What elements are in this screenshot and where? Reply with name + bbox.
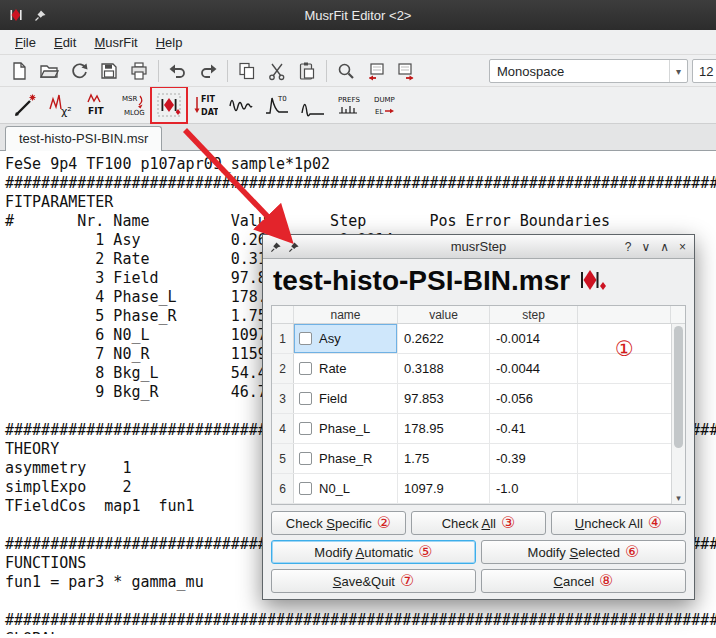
reload-button[interactable] xyxy=(64,57,94,85)
row-checkbox[interactable] xyxy=(299,392,312,405)
save-button[interactable] xyxy=(94,57,124,85)
parameter-table: name value step 1 Asy 0.2622 -0.0014 xyxy=(271,305,686,505)
table-row[interactable]: 5 Phase_R 1.75 -0.39 xyxy=(272,444,671,474)
param-value[interactable]: 0.2622 xyxy=(398,324,490,353)
editor-line: ########################################… xyxy=(5,611,716,630)
scroll-down-icon[interactable]: ▾ xyxy=(672,492,685,504)
musrfit-toolbar: χ² FIT MSRMLOG FITDAT T0 PREFS DUMPEL xyxy=(0,87,716,124)
toolbar-separator xyxy=(227,60,228,82)
table-row[interactable]: 2 Rate 0.3188 -0.0044 xyxy=(272,354,671,384)
scrollbar-thumb[interactable] xyxy=(674,326,683,448)
dialog-titlebar[interactable]: musrStep ? ∨ ∧ × xyxy=(263,235,694,259)
font-size-value: 12 xyxy=(693,64,716,79)
filler-cell xyxy=(578,384,671,413)
param-step[interactable]: -1.0 xyxy=(490,474,578,503)
musr-wizard-button[interactable] xyxy=(10,90,40,120)
copy-button[interactable] xyxy=(232,57,262,85)
find-previous-button[interactable] xyxy=(361,57,391,85)
font-family-select[interactable]: Monospace ▾ xyxy=(489,59,688,83)
column-header-name[interactable]: name xyxy=(294,306,398,323)
svg-text:FIT: FIT xyxy=(88,106,104,116)
musrprefs-button[interactable]: PREFS xyxy=(334,90,364,120)
param-value[interactable]: 1.75 xyxy=(398,444,490,473)
open-file-button[interactable] xyxy=(34,57,64,85)
dialog-buttons: Check Specific ② Check All ③ Uncheck All… xyxy=(271,511,686,593)
param-step[interactable]: -0.41 xyxy=(490,414,578,443)
table-row[interactable]: 1 Asy 0.2622 -0.0014 xyxy=(272,324,671,354)
param-name: Phase_R xyxy=(319,451,372,466)
param-value[interactable]: 178.95 xyxy=(398,414,490,443)
find-next-button[interactable] xyxy=(391,57,421,85)
row-number: 4 xyxy=(272,414,294,443)
window-titlebar[interactable]: MusrFit Editor <2> xyxy=(0,0,716,30)
param-value[interactable]: 1097.9 xyxy=(398,474,490,503)
shade-down-button[interactable]: ∨ xyxy=(641,240,650,254)
row-checkbox[interactable] xyxy=(299,452,312,465)
pin-icon[interactable] xyxy=(270,241,282,253)
column-header-step[interactable]: step xyxy=(490,306,578,323)
column-header-value[interactable]: value xyxy=(398,306,490,323)
table-row[interactable]: 6 N0_L 1097.9 -1.0 xyxy=(272,474,671,504)
menu-help[interactable]: Help xyxy=(147,32,192,53)
button-label: Modify Automatic xyxy=(314,545,413,560)
musrstep-dialog: musrStep ? ∨ ∧ × test-histo-PSI-BIN.msr … xyxy=(262,234,695,600)
svg-text:FIT: FIT xyxy=(201,95,215,104)
row-number: 1 xyxy=(272,324,294,353)
chevron-down-icon[interactable]: ▾ xyxy=(669,60,687,82)
musrfit-editor-window: MusrFit Editor <2> File Edit MusrFit Hel… xyxy=(0,0,716,638)
cut-button[interactable] xyxy=(262,57,292,85)
row-checkbox[interactable] xyxy=(299,482,312,495)
menu-musrfit[interactable]: MusrFit xyxy=(85,32,146,53)
annotation-8: ⑧ xyxy=(599,573,613,589)
paste-button[interactable] xyxy=(292,57,322,85)
annotation-6: ⑥ xyxy=(625,544,639,560)
row-checkbox[interactable] xyxy=(299,422,312,435)
musrstep-button[interactable] xyxy=(154,90,184,120)
shade-up-button[interactable]: ∧ xyxy=(660,240,669,254)
close-button[interactable]: × xyxy=(679,240,686,254)
button-label: Check All xyxy=(442,516,496,531)
check-all-button[interactable]: Check All ③ xyxy=(411,511,546,535)
row-checkbox[interactable] xyxy=(299,332,312,345)
param-step[interactable]: -0.0044 xyxy=(490,354,578,383)
modify-selected-button[interactable]: Modify Selected ⑥ xyxy=(481,540,686,564)
check-specific-button[interactable]: Check Specific ② xyxy=(271,511,406,535)
table-row[interactable]: 3 Field 97.853 -0.056 xyxy=(272,384,671,414)
font-size-spinner[interactable]: 12 ▴▾ xyxy=(692,59,716,83)
row-checkbox[interactable] xyxy=(299,362,312,375)
param-value[interactable]: 97.853 xyxy=(398,384,490,413)
msr-mlog-swap-button[interactable]: MSRMLOG xyxy=(118,90,148,120)
toolbar-separator xyxy=(158,60,159,82)
musrt0-button[interactable]: T0 xyxy=(262,90,292,120)
param-step[interactable]: -0.056 xyxy=(490,384,578,413)
menu-edit[interactable]: Edit xyxy=(45,32,85,53)
pin-icon[interactable] xyxy=(288,241,300,253)
svg-text:DUMP: DUMP xyxy=(374,96,395,104)
calc-chisq-button[interactable]: χ² xyxy=(46,90,76,120)
fit-to-data-button[interactable]: FITDAT xyxy=(190,90,220,120)
svg-text:DAT: DAT xyxy=(201,108,218,117)
fourier-button[interactable] xyxy=(298,90,328,120)
musrdump-button[interactable]: DUMPEL xyxy=(370,90,400,120)
print-button[interactable] xyxy=(124,57,154,85)
annotation-3: ③ xyxy=(501,515,515,531)
musrview-button[interactable] xyxy=(226,90,256,120)
musrfit-run-button[interactable]: FIT xyxy=(82,90,112,120)
param-step[interactable]: -0.0014 xyxy=(490,324,578,353)
scrollbar-header-cell xyxy=(671,306,685,323)
menu-file[interactable]: File xyxy=(6,32,45,53)
table-row[interactable]: 4 Phase_L 178.95 -0.41 xyxy=(272,414,671,444)
search-button[interactable] xyxy=(331,57,361,85)
param-value[interactable]: 0.3188 xyxy=(398,354,490,383)
modify-automatic-button[interactable]: Modify Automatic ⑤ xyxy=(271,540,476,564)
cancel-button[interactable]: Cancel ⑧ xyxy=(481,569,686,593)
uncheck-all-button[interactable]: Uncheck All ④ xyxy=(551,511,686,535)
tab-msr-file[interactable]: test-histo-PSI-BIN.msr xyxy=(5,126,162,151)
help-button[interactable]: ? xyxy=(625,240,632,254)
redo-button[interactable] xyxy=(193,57,223,85)
save-quit-button[interactable]: Save&Quit ⑦ xyxy=(271,569,476,593)
undo-button[interactable] xyxy=(163,57,193,85)
table-scrollbar[interactable]: ▾ xyxy=(671,324,685,504)
new-file-button[interactable] xyxy=(4,57,34,85)
param-step[interactable]: -0.39 xyxy=(490,444,578,473)
